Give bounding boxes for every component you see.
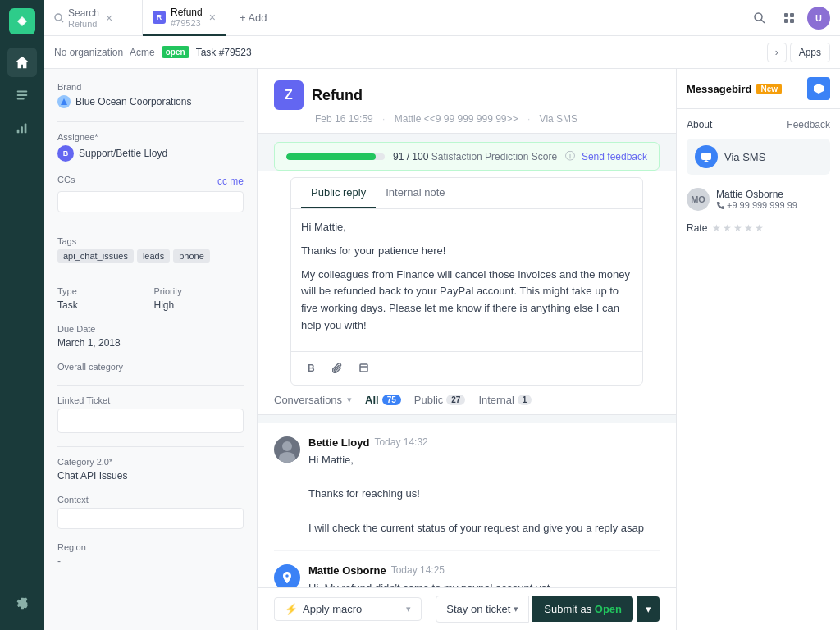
nav-reports[interactable]	[7, 113, 37, 143]
satisfaction-progress-bar	[286, 153, 385, 160]
public-tab[interactable]: Public 27	[414, 394, 466, 406]
breadcrumb-no-org[interactable]: No organization	[54, 47, 123, 58]
linked-ticket-input[interactable]	[57, 409, 244, 433]
svg-point-7	[55, 14, 62, 21]
via-sms-label: Via SMS	[724, 151, 765, 163]
type-field: Type Task	[57, 286, 148, 311]
rate-label: Rate	[687, 222, 707, 234]
tag-item[interactable]: leads	[137, 249, 170, 262]
right-panel-title-text: Messagebird	[687, 83, 751, 95]
bold-icon[interactable]: B	[301, 358, 321, 378]
tag-item[interactable]: phone	[173, 249, 210, 262]
breadcrumb-acme[interactable]: Acme	[130, 47, 155, 58]
link-icon[interactable]	[354, 358, 373, 378]
contact-name: Mattie Osborne	[716, 189, 830, 200]
apply-macro-button[interactable]: ⚡ Apply macro ▾	[274, 597, 422, 621]
ticket-main-panel: Z Refund Feb 16 19:59 · Mattie <<9 99 99…	[258, 69, 676, 630]
submit-controls: Stay on ticket ▾ Submit as Open ▾	[436, 596, 660, 623]
region-field: Region -	[57, 542, 244, 567]
nav-home[interactable]	[7, 48, 37, 77]
public-reply-tab[interactable]: Public reply	[301, 178, 376, 208]
apps-button[interactable]: Apps	[790, 43, 830, 62]
message-time: Today 14:25	[391, 564, 445, 576]
search-icon[interactable]	[748, 7, 771, 30]
feedback-link[interactable]: Feedback	[787, 119, 830, 130]
type-value: Task	[57, 299, 148, 311]
ticket-title: Refund	[312, 87, 363, 104]
svg-rect-13	[784, 19, 788, 23]
attach-icon[interactable]	[327, 358, 347, 378]
tags-list: api_chat_issues leads phone	[57, 249, 244, 262]
active-tab-close[interactable]: ×	[209, 11, 216, 24]
ticket-meta: Feb 16 19:59 · Mattie <<9 99 999 999 99>…	[312, 113, 660, 125]
brand-field: Brand Blue Ocean Coorporations	[57, 82, 244, 108]
svg-text:B: B	[308, 363, 315, 373]
assignee-field: Assignee* B Support/Bettie Lloyd	[57, 132, 244, 162]
type-priority-fields: Type Task Priority High	[57, 286, 244, 324]
due-date-value: March 1, 2018	[57, 337, 244, 349]
svg-point-9	[755, 13, 762, 21]
nav-tickets[interactable]	[7, 80, 37, 110]
ticket-header: Z Refund Feb 16 19:59 · Mattie <<9 99 99…	[258, 69, 676, 134]
reply-line3: My colleagues from Finance will cancel t…	[301, 267, 632, 335]
internal-note-tab[interactable]: Internal note	[376, 178, 454, 208]
svg-line-10	[761, 20, 765, 23]
star-rating[interactable]: ★ ★ ★ ★ ★	[712, 222, 764, 234]
grid-icon[interactable]	[778, 7, 801, 30]
reply-line2: Thanks for your patience here!	[301, 243, 632, 260]
submit-dropdown-button[interactable]: ▾	[637, 596, 660, 622]
internal-tab[interactable]: Internal 1	[478, 394, 532, 406]
star-2[interactable]: ★	[723, 222, 732, 234]
stay-dropdown-icon: ▾	[514, 604, 518, 614]
ccs-input[interactable]	[57, 191, 244, 212]
cc-me-link[interactable]: cc me	[217, 176, 244, 187]
satisfaction-score: 91 / 100 Satisfaction Prediction Score	[393, 151, 557, 162]
internal-count-badge: 1	[518, 395, 532, 405]
satisfaction-bar: 91 / 100 Satisfaction Prediction Score ⓘ…	[274, 142, 660, 171]
all-tab[interactable]: All 75	[365, 394, 401, 406]
svg-rect-4	[17, 130, 20, 134]
svg-rect-20	[701, 153, 711, 160]
search-tab-close[interactable]: ×	[106, 11, 112, 25]
satisfaction-info-icon[interactable]: ⓘ	[565, 149, 575, 163]
message-author: Bettie Lloyd	[308, 436, 369, 449]
star-1[interactable]: ★	[712, 222, 721, 234]
stay-on-ticket-button[interactable]: Stay on ticket ▾	[436, 596, 529, 623]
app-logo[interactable]	[9, 8, 35, 34]
conversations-tab[interactable]: Conversations ▾	[274, 394, 352, 406]
send-feedback-button[interactable]: Send feedback	[582, 151, 647, 162]
submit-button[interactable]: Submit as Open	[532, 596, 633, 622]
nav-settings[interactable]	[7, 589, 37, 619]
via-sms-item: Via SMS	[687, 139, 830, 175]
user-avatar[interactable]: U	[807, 7, 830, 30]
active-tab[interactable]: R Refund #79523 ×	[143, 0, 226, 36]
active-tab-subtitle: #79523	[171, 18, 203, 28]
assignee-avatar: B	[57, 145, 74, 162]
message-time: Today 14:32	[374, 436, 427, 448]
priority-field: Priority High	[154, 286, 244, 311]
nav-prev-button[interactable]: ›	[767, 43, 787, 62]
add-tab-button[interactable]: + Add	[226, 11, 281, 24]
region-value: -	[57, 555, 244, 567]
right-panel-body: About Feedback Via SMS MO Mattie Osborne	[677, 109, 840, 250]
overall-category-field: Overall category	[57, 362, 244, 372]
star-4[interactable]: ★	[744, 222, 753, 234]
messages-area: Bettie Lloyd Today 14:32 Hi Mattie, Than…	[258, 423, 676, 587]
svg-rect-11	[784, 13, 788, 17]
svg-point-19	[279, 452, 295, 463]
star-3[interactable]: ★	[733, 222, 742, 234]
category-value: Chat API Issues	[57, 470, 244, 482]
message-author: Mattie Osborne	[308, 564, 386, 577]
tag-item[interactable]: api_chat_issues	[57, 249, 134, 262]
context-input[interactable]	[57, 508, 244, 529]
search-tab[interactable]: Search Refund ×	[44, 0, 143, 36]
svg-line-8	[62, 20, 64, 22]
macro-icon: ⚡	[285, 603, 298, 615]
reply-editor[interactable]: Hi Mattie, Thanks for your patience here…	[291, 209, 642, 351]
submit-status: Open	[595, 603, 622, 615]
overall-category-label: Overall category	[57, 362, 244, 372]
contact-phone: +9 99 999 999 99	[716, 200, 830, 210]
star-5[interactable]: ★	[755, 222, 764, 234]
brand-label: Brand	[57, 82, 244, 92]
message-item: Bettie Lloyd Today 14:32 Hi Mattie, Than…	[274, 423, 660, 551]
